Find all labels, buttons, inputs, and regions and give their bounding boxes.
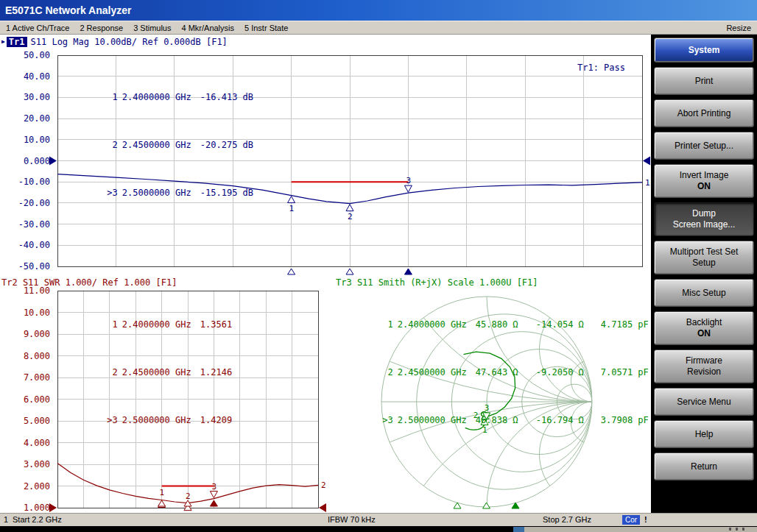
tr1-pass-indicator: Tr1: Pass [577, 63, 625, 73]
softkey-abort-printing[interactable]: Abort Printing [654, 99, 754, 127]
svg-text:-30.00: -30.00 [18, 219, 50, 230]
marker-number: 1 [105, 320, 118, 330]
svg-text:2: 2 [186, 492, 191, 501]
marker-resistance: 47.643 Ω [476, 368, 536, 377]
marker-capacitance: 3.7908 pF [601, 415, 649, 425]
marker-number: 2 [380, 368, 393, 377]
menu-item-mkr-analysis[interactable]: 4 Mkr/Analysis [181, 24, 234, 32]
marker-number: 2 [105, 141, 118, 150]
softkey-backlight[interactable]: BacklightON [654, 311, 754, 345]
svg-text:3.000: 3.000 [24, 459, 50, 469]
softkey-label: Printer Setup... [675, 141, 733, 152]
svg-text:7.000: 7.000 [24, 372, 50, 383]
softkey-printer-setup[interactable]: Printer Setup... [654, 132, 754, 160]
marker-readout-line: 12.4000000 GHz45.880 Ω-14.054 Ω4.7185 pF [337, 311, 649, 339]
svg-text:6.000: 6.000 [24, 394, 50, 405]
softkey-label: Service Menu [677, 397, 730, 408]
status-channel: 1 [4, 515, 8, 524]
softkey-firmware-revision[interactable]: Firmware Revision [654, 350, 754, 383]
taskbar-fragment [0, 526, 757, 532]
softkey-misc-setup[interactable]: Misc Setup [654, 279, 754, 307]
marker-value: -20.275 dB [200, 140, 253, 150]
softkey-system[interactable]: System [654, 38, 754, 63]
svg-text:8.000: 8.000 [24, 351, 50, 361]
softkey-label: Abort Printing [677, 108, 731, 119]
marker-reactance: -9.2050 Ω [536, 368, 601, 377]
svg-text:1: 1 [289, 204, 295, 213]
softkey-service-menu[interactable]: Service Menu [654, 388, 754, 416]
marker-reactance: -16.794 Ω [536, 416, 601, 425]
marker-number: >3 [105, 416, 118, 425]
marker-number: 1 [105, 93, 118, 102]
menu-item-active-ch-trace[interactable]: 1 Active Ch/Trace [6, 24, 69, 32]
marker-frequency: 2.4500000 GHz [122, 368, 200, 377]
marker-frequency: 2.5000000 GHz [398, 416, 476, 425]
softkey-label: Invert Image [680, 170, 729, 181]
marker-frequency: 2.5000000 GHz [122, 188, 200, 198]
window-title: E5071C Network Analyzer [5, 4, 131, 16]
status-ifbw: IFBW 70 kHz [328, 515, 376, 524]
svg-text:30.00: 30.00 [24, 92, 50, 102]
title-bar[interactable]: E5071C Network Analyzer [0, 0, 757, 21]
marker-value: -15.195 dB [200, 188, 253, 198]
tr3-header: Tr3 S11 Smith (R+jX) Scale 1.000U [F1] [336, 277, 538, 287]
softkey-multiport-test-set-setup[interactable]: Multiport Test Set Setup [654, 241, 754, 274]
marker-frequency: 2.4000000 GHz [398, 320, 476, 330]
softkey-print[interactable]: Print [654, 67, 754, 95]
menu-item-stimulus[interactable]: 3 Stimulus [133, 24, 171, 32]
marker-resistance: 45.880 Ω [476, 320, 536, 330]
menu-item-response[interactable]: 2 Response [80, 24, 123, 32]
plot-area: 50.0040.0030.0020.0010.000.000-10.00-20.… [0, 35, 651, 513]
tr2-title[interactable]: Tr2 S11 SWR 1.000/ Ref 1.000 [F1] [1, 277, 177, 288]
svg-text:4.000: 4.000 [24, 438, 50, 448]
svg-text:3: 3 [406, 176, 411, 185]
app-window: E5071C Network Analyzer 1 Active Ch/Trac… [0, 0, 757, 532]
svg-text:40.00: 40.00 [24, 71, 50, 82]
softkey-label: Dump Screen Image... [673, 208, 736, 230]
marker-number: >3 [380, 416, 393, 425]
svg-text:3: 3 [211, 482, 216, 492]
marker-number: 2 [105, 368, 118, 377]
marker-readout-line: 22.4500000 GHz47.643 Ω-9.2050 Ω7.0571 pF [337, 358, 649, 387]
svg-text:50.00: 50.00 [24, 50, 50, 60]
tr2-marker-readout: 12.4000000 GHz1.3561 22.4500000 GHz1.214… [62, 291, 232, 454]
softkey-label: Firmware Revision [686, 355, 722, 377]
marker-readout-line: 12.4000000 GHz1.3561 [62, 311, 232, 339]
marker-value: -16.413 dB [200, 92, 253, 102]
softkey-label: Print [695, 76, 714, 87]
taskbar-clock-fragment [742, 528, 744, 531]
active-trace-arrow-icon: ▶ [1, 38, 5, 45]
softkey-label: Return [691, 461, 717, 472]
marker-reactance: -14.054 Ω [536, 320, 601, 330]
marker-value: 1.2146 [200, 367, 232, 377]
resize-button[interactable]: Resize [726, 24, 751, 32]
taskbar-gray-fragment [524, 527, 757, 532]
softkey-dump-screen-image[interactable]: Dump Screen Image... [654, 202, 754, 236]
marker-frequency: 2.4000000 GHz [122, 93, 200, 102]
status-start-frequency: Start 2.2 GHz [13, 515, 62, 524]
tr1-header: ▶ Tr1 S11 Log Mag 10.00dB/ Ref 0.000dB [… [1, 37, 228, 46]
marker-readout-line: >32.5000000 GHz-15.195 dB [62, 179, 253, 208]
svg-text:1: 1 [160, 488, 165, 497]
softkey-menu: System Print Abort Printing Printer Setu… [651, 35, 757, 513]
menu-bar: 1 Active Ch/Trace 2 Response 3 Stimulus … [0, 21, 757, 35]
taskbar-clock-fragment [736, 528, 738, 531]
menu-item-instr-state[interactable]: 5 Instr State [244, 24, 288, 32]
marker-readout-line: >32.5000000 GHz1.4209 [62, 406, 232, 435]
marker-frequency: 2.4500000 GHz [122, 141, 200, 150]
tr1-marker-readout: 12.4000000 GHz-16.413 dB 22.4500000 GHz-… [62, 64, 253, 227]
tr1-badge[interactable]: Tr1 [7, 37, 27, 47]
tr3-title[interactable]: Tr3 S11 Smith (R+jX) Scale 1.000U [F1] [336, 277, 538, 288]
svg-text:-50.00: -50.00 [18, 261, 50, 272]
softkey-invert-image[interactable]: Invert ImageON [654, 164, 754, 198]
svg-text:-40.00: -40.00 [18, 240, 50, 250]
marker-capacitance: 7.0571 pF [601, 367, 649, 377]
svg-text:1: 1 [645, 178, 650, 188]
tr3-marker-readout: 12.4000000 GHz45.880 Ω-14.054 Ω4.7185 pF… [337, 291, 649, 454]
softkey-return[interactable]: Return [654, 453, 754, 480]
softkey-help[interactable]: Help [654, 420, 754, 448]
marker-number: 1 [380, 320, 393, 330]
status-bar: 1 Start 2.2 GHz IFBW 70 kHz Stop 2.7 GHz… [0, 513, 757, 526]
marker-readout-line: >32.5000000 GHz46.838 Ω-16.794 Ω3.7908 p… [337, 406, 649, 435]
marker-frequency: 2.5000000 GHz [122, 416, 200, 425]
